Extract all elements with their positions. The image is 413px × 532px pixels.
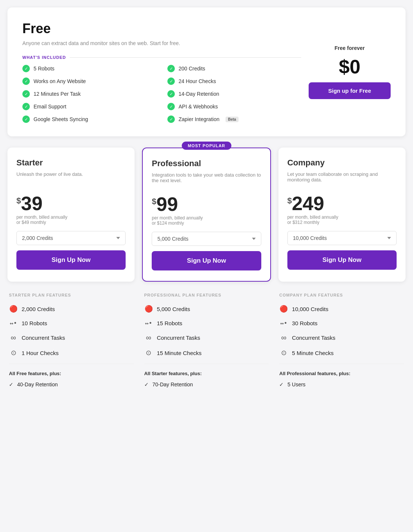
most-popular-badge: MOST POPULAR — [182, 142, 231, 150]
check-icon: ✓ — [22, 90, 30, 98]
feature-label: 30 Robots — [292, 320, 317, 326]
starter-credits-select[interactable]: 2,000 Credits — [16, 231, 126, 245]
professional-signup-button[interactable]: Sign Up Now — [152, 251, 261, 270]
company-price-amount: 249 — [292, 194, 324, 213]
divider — [9, 364, 134, 364]
feature-label: Concurrent Tasks — [292, 335, 335, 341]
signup-free-button[interactable]: Sign up for Free — [309, 82, 391, 99]
list-item: ✓ Works on Any Website — [22, 77, 156, 85]
infinity-icon: ∞ — [279, 333, 288, 342]
company-price-dollar: $ — [287, 196, 292, 206]
professional-features-col: PROFESSIONAL PLAN FEATURES 🔴 5,000 Credi… — [143, 293, 271, 391]
infinity-icon: ∞ — [144, 333, 153, 342]
starter-plan-desc: Unleash the power of live data. — [16, 171, 126, 186]
list-item: ∞ Concurrent Tasks — [144, 333, 269, 342]
professional-plan-name: Professional — [152, 159, 261, 168]
professional-plan-desc: Integration tools to take your web data … — [152, 172, 261, 187]
list-item: ✓ API & Webhooks — [167, 103, 301, 110]
company-plan-name: Company — [287, 158, 397, 168]
check-icon: ✓ — [167, 65, 175, 72]
check-icon: ✓ — [22, 77, 30, 85]
list-item: 🔴 10,000 Credits — [279, 305, 404, 313]
company-price-billing: per month, billed annuallyor $312 monthl… — [287, 215, 397, 225]
infinity-icon: ∞ — [9, 333, 18, 342]
check-icon: ✓ — [167, 90, 175, 98]
professional-features-title: PROFESSIONAL PLAN FEATURES — [144, 293, 269, 297]
feature-label: Concurrent Tasks — [157, 335, 200, 341]
feature-label: 5 Users — [287, 381, 305, 387]
features-sections: STARTER PLAN FEATURES 🔴 2,000 Credits ↔•… — [7, 293, 406, 391]
starter-features-col: STARTER PLAN FEATURES 🔴 2,000 Credits ↔•… — [7, 293, 135, 391]
starter-price-amount: 39 — [21, 194, 42, 213]
professional-price-billing: per month, billed annuallyor $124 monthl… — [152, 215, 261, 226]
list-item: ↔• 30 Robots — [279, 320, 404, 327]
starter-signup-button[interactable]: Sign Up Now — [16, 250, 126, 270]
feature-label: Works on Any Website — [34, 78, 86, 84]
professional-price-dollar: $ — [152, 197, 156, 206]
list-item: ∞ Concurrent Tasks — [279, 333, 404, 342]
free-plan-title: Free — [22, 21, 301, 37]
company-credits-select[interactable]: 10,000 Credits — [287, 231, 397, 245]
list-item: ✓ Google Sheets Syncing — [22, 115, 156, 123]
professional-plan-card: MOST POPULAR Professional Integration to… — [142, 148, 271, 282]
checkmark-icon: ✓ — [9, 381, 13, 387]
feature-label: 24 Hour Checks — [179, 78, 216, 84]
check-icon: ✓ — [22, 115, 30, 123]
feature-label: 14-Day Retention — [179, 91, 219, 97]
list-item: ↔• 15 Robots — [144, 320, 269, 327]
list-item: ∞ Concurrent Tasks — [9, 333, 134, 342]
check-icon: ✓ — [167, 77, 175, 85]
feature-label: 200 Credits — [179, 66, 205, 72]
list-item: ✓ 200 Credits — [167, 65, 301, 72]
list-item: ✓ 12 Minutes Per Task — [22, 90, 156, 98]
free-plan-right: Free forever $0 Sign up for Free — [309, 21, 391, 123]
feature-label: 2,000 Credits — [22, 306, 55, 312]
list-item: ↔• 10 Robots — [9, 320, 134, 327]
free-features-col1: ✓ 5 Robots ✓ Works on Any Website ✓ 12 M… — [22, 65, 156, 123]
feature-label: API & Webhooks — [179, 104, 218, 110]
list-item: ✓ Email Support — [22, 103, 156, 110]
clock-icon: ⊙ — [9, 349, 18, 357]
feature-label: 10,000 Credits — [292, 306, 328, 312]
feature-label: 5,000 Credits — [157, 306, 190, 312]
free-features-col2: ✓ 200 Credits ✓ 24 Hour Checks ✓ 14-Day … — [167, 65, 301, 123]
credits-icon: 🔴 — [279, 305, 288, 313]
list-item: ✓ 24 Hour Checks — [167, 77, 301, 85]
professional-price-amount: 99 — [157, 194, 178, 214]
check-icon: ✓ — [167, 115, 175, 123]
checkmark-icon: ✓ — [144, 381, 149, 387]
list-item: ⊙ 15 Minute Checks — [144, 349, 269, 357]
clock-icon: ⊙ — [144, 349, 153, 357]
free-plan-subtitle: Anyone can extract data and monitor site… — [22, 40, 301, 46]
list-item: 🔴 5,000 Credits — [144, 305, 269, 313]
company-signup-button[interactable]: Sign Up Now — [287, 250, 397, 270]
list-item: ✓ 70-Day Retention — [144, 381, 269, 387]
credits-icon: 🔴 — [144, 305, 153, 313]
free-forever-label: Free forever — [335, 45, 365, 51]
list-item: ✓ 5 Robots — [22, 65, 156, 72]
feature-label: 15 Minute Checks — [157, 350, 202, 356]
list-item: 🔴 2,000 Credits — [9, 305, 134, 313]
check-icon: ✓ — [22, 65, 30, 72]
divider — [279, 364, 404, 364]
feature-label: Zapier Integration — [179, 116, 220, 122]
starter-price-row: $ 39 — [16, 194, 126, 213]
feature-label: Concurrent Tasks — [22, 335, 65, 341]
check-icon: ✓ — [22, 103, 30, 110]
feature-label: 40-Day Retention — [17, 381, 58, 387]
feature-label: 70-Day Retention — [152, 381, 193, 387]
feature-label: 5 Robots — [34, 66, 54, 72]
starter-price-billing: per month, billed annuallyor $49 monthly — [16, 215, 126, 225]
whats-included-label: WHAT'S INCLUDED — [22, 55, 301, 60]
starter-plan-card: Starter Unleash the power of live data. … — [7, 148, 135, 282]
professional-credits-select[interactable]: 5,000 Credits — [152, 232, 261, 246]
feature-label: Google Sheets Syncing — [34, 116, 88, 122]
company-price-row: $ 249 — [287, 194, 397, 213]
feature-label: 5 Minute Checks — [292, 350, 334, 356]
all-features-label: All Free features, plus: — [9, 371, 134, 376]
starter-features-title: STARTER PLAN FEATURES — [9, 293, 134, 297]
starter-plan-name: Starter — [16, 158, 126, 168]
list-item: ✓ 40-Day Retention — [9, 381, 134, 387]
list-item: ✓ 5 Users — [279, 381, 404, 387]
list-item: ✓ Zapier Integration Beta — [167, 115, 301, 123]
